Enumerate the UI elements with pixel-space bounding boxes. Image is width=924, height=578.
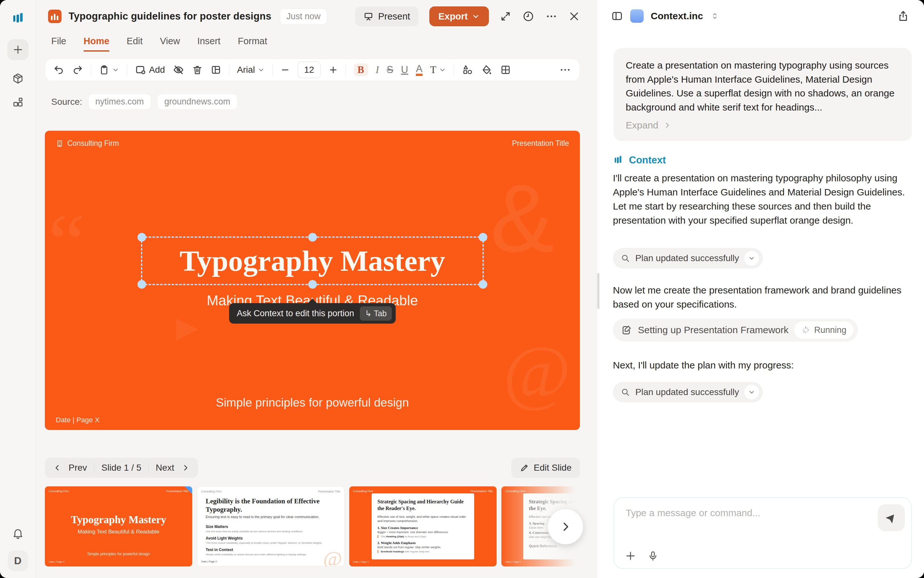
workspace-name[interactable]: Context.inc <box>651 11 703 21</box>
new-document-button[interactable] <box>7 39 29 60</box>
selection-handle[interactable] <box>308 233 317 242</box>
font-size-decrease-icon[interactable] <box>280 65 290 75</box>
plan-status-pill[interactable]: Plan updated successfully <box>613 248 763 268</box>
table-grid-icon[interactable] <box>500 64 511 75</box>
italic-icon[interactable]: I <box>376 64 379 76</box>
ask-context-tooltip[interactable]: Ask Context to edit this portion ↳ Tab <box>229 303 396 324</box>
edit-slide-button[interactable]: Edit Slide <box>512 458 580 478</box>
present-button[interactable]: Present <box>355 6 419 26</box>
expand-button[interactable]: Expand <box>626 120 900 131</box>
slide-thumbnail-3[interactable]: Consulting Firm Presentation Title Strat… <box>349 486 497 567</box>
fullscreen-expand-icon[interactable] <box>500 11 512 22</box>
chevron-right-icon[interactable] <box>181 464 190 472</box>
close-icon[interactable] <box>568 11 580 22</box>
share-icon[interactable] <box>897 10 909 22</box>
selection-handle[interactable] <box>138 280 146 289</box>
thumb-title: Legibility is the Foundation of Effectiv… <box>206 497 337 514</box>
hide-eye-off-icon[interactable] <box>173 64 184 76</box>
source-chip[interactable]: groundnews.com <box>157 94 238 110</box>
bold-icon[interactable]: B <box>354 63 368 76</box>
message-input[interactable] <box>626 508 866 518</box>
task-pill[interactable]: Setting up Presentation Framework Runnin… <box>613 318 858 341</box>
layout-table-icon[interactable] <box>211 64 221 75</box>
thumb-item-body: Bigger = more important. Use dramatic si… <box>377 531 468 534</box>
font-size-value[interactable]: 12 <box>298 62 321 78</box>
menu-edit[interactable]: Edit <box>127 36 143 52</box>
menu-file[interactable]: File <box>51 36 66 52</box>
export-button[interactable]: Export <box>429 6 489 26</box>
menu-insert[interactable]: Insert <box>197 36 221 52</box>
slide-title[interactable]: Typography Mastery <box>180 244 445 278</box>
slide-brand-label: Consulting Firm <box>67 139 119 148</box>
slide-thumbnail-1[interactable]: Consulting Firm Presentation Title Typog… <box>45 486 192 567</box>
paste-clipboard-icon[interactable] <box>99 64 119 75</box>
microphone-icon[interactable] <box>648 550 658 561</box>
chevron-left-icon[interactable] <box>53 464 62 472</box>
menu-view[interactable]: View <box>160 36 180 52</box>
text-color-icon[interactable]: A <box>416 64 422 76</box>
chat-scrollbar[interactable] <box>597 273 599 309</box>
tab-keycap: ↳ Tab <box>360 306 392 321</box>
selection-handle[interactable] <box>308 280 317 289</box>
history-clock-icon[interactable] <box>522 10 534 23</box>
expand-status-button[interactable] <box>744 251 759 266</box>
text-style-select[interactable]: T <box>430 64 446 76</box>
expand-status-button[interactable] <box>744 385 759 399</box>
fill-color-icon[interactable] <box>481 64 492 76</box>
thumb-subtitle: Ensuring text is easy to read is the pri… <box>206 515 337 519</box>
more-options-icon[interactable] <box>545 10 557 23</box>
thumb-subtitle: Making Text Beautiful & Readable <box>45 529 192 535</box>
thumbnails-next-button[interactable] <box>548 509 583 544</box>
notifications-bell-icon[interactable] <box>7 523 29 544</box>
plan-status-pill[interactable]: Plan updated successfully <box>613 382 763 403</box>
thumb-section-heading: Avoid Light Weights <box>206 536 338 541</box>
editor-panel: Typographic guidelines for poster design… <box>36 0 596 578</box>
slide-thumbnail-2[interactable]: Consulting Firm Presentation Title Legib… <box>197 486 344 567</box>
menu-format[interactable]: Format <box>238 36 267 52</box>
strikethrough-icon[interactable]: S <box>387 64 393 76</box>
chat-header: Context.inc <box>597 0 924 32</box>
delete-trash-icon[interactable] <box>192 64 203 75</box>
thumb-item-heading: 2. Weight Adds Emphasis <box>377 541 468 545</box>
thumb-item-example: Semibold headings with regular body text <box>377 550 468 553</box>
redo-icon[interactable] <box>72 64 83 75</box>
selection-handle[interactable] <box>479 233 487 242</box>
underline-icon[interactable]: U <box>401 64 408 76</box>
workspace-switcher-icon[interactable] <box>710 11 719 21</box>
font-size-increase-icon[interactable] <box>328 65 338 75</box>
app-logo-icon[interactable] <box>11 11 25 26</box>
attach-plus-icon[interactable] <box>625 550 636 561</box>
selection-handle[interactable] <box>138 233 146 242</box>
formatting-toolbar: Add Arial 12 B I S U A T <box>45 58 580 81</box>
shapes-icon[interactable] <box>462 64 473 76</box>
next-button[interactable]: Next <box>156 463 174 473</box>
send-button[interactable] <box>878 504 905 531</box>
sidebar-toggle-icon[interactable] <box>611 10 623 22</box>
title-selection-box[interactable]: Typography Mastery <box>141 237 484 285</box>
workspace-avatar[interactable] <box>630 9 644 23</box>
selection-handle[interactable] <box>479 280 487 289</box>
source-chip[interactable]: nytimes.com <box>88 94 151 110</box>
toolbar-more-icon[interactable] <box>559 64 571 76</box>
apps-blocks-icon[interactable] <box>7 92 29 113</box>
user-prompt-card: Create a presentation on mastering typog… <box>614 48 912 141</box>
font-family-select[interactable]: Arial <box>237 65 265 75</box>
undo-icon[interactable] <box>54 64 64 75</box>
chevron-down-icon <box>748 388 755 396</box>
font-family-value: Arial <box>237 65 255 75</box>
thumb-title: Typography Mastery <box>45 514 192 526</box>
tooltip-label: Ask Context to edit this portion <box>237 308 354 318</box>
note-edit-icon <box>621 325 632 336</box>
slide-canvas[interactable]: & @ “ ▶ Consulting Firm Presentation Tit… <box>45 131 580 430</box>
library-package-icon[interactable] <box>7 68 29 89</box>
add-element-button[interactable]: Add <box>135 64 165 76</box>
user-avatar[interactable]: D <box>8 550 28 571</box>
slide-footer-text[interactable]: Simple principles for powerful design <box>45 396 580 409</box>
thumb-section-heading: Size Matters <box>206 524 338 529</box>
message-composer <box>614 497 912 569</box>
expand-label: Expand <box>626 120 658 131</box>
prev-button[interactable]: Prev <box>68 463 87 473</box>
saved-timestamp-badge: Just now <box>280 8 328 25</box>
menu-home[interactable]: Home <box>84 36 110 52</box>
export-label: Export <box>438 11 468 22</box>
